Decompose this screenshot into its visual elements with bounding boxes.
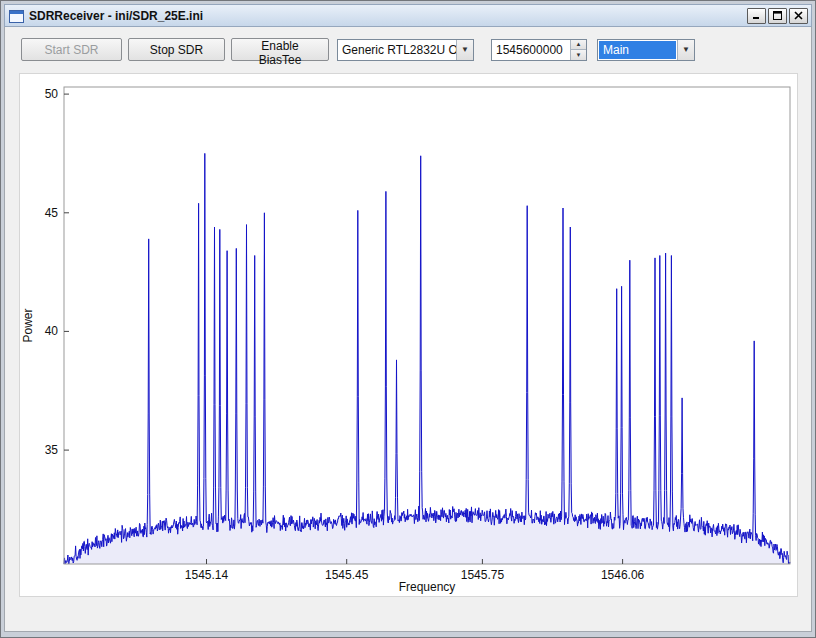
svg-text:50: 50 <box>45 87 59 101</box>
svg-text:Frequency: Frequency <box>399 580 456 594</box>
close-button[interactable] <box>789 8 808 24</box>
titlebar[interactable]: SDRReceiver - ini/SDR_25E.ini <box>4 4 812 27</box>
enable-biastee-button[interactable]: Enable BiasTee <box>231 38 329 61</box>
dropdown-arrow-icon[interactable]: ▼ <box>456 40 473 60</box>
start-sdr-button[interactable]: Start SDR <box>21 38 122 61</box>
channel-select[interactable]: Main ▼ <box>597 39 695 61</box>
dropdown-arrow-icon[interactable]: ▼ <box>677 40 694 60</box>
spin-down-icon[interactable]: ▼ <box>571 50 586 60</box>
window-controls <box>747 8 808 24</box>
device-select-value: Generic RTL2832U OEM <box>338 40 456 60</box>
frequency-value[interactable]: 1545600000 <box>492 40 570 60</box>
svg-text:1545.14: 1545.14 <box>185 568 229 582</box>
spectrum-plot: 1545.141545.451545.751546.0635404550Freq… <box>19 73 798 597</box>
device-select[interactable]: Generic RTL2832U OEM ▼ <box>337 39 474 61</box>
stop-sdr-button[interactable]: Stop SDR <box>128 38 225 61</box>
minimize-icon <box>752 11 761 20</box>
svg-text:Power: Power <box>21 308 35 342</box>
client-area: Start SDR Stop SDR Enable BiasTee Generi… <box>4 27 812 632</box>
app-window: SDRReceiver - ini/SDR_25E.ini Start SDR … <box>0 0 816 638</box>
svg-text:40: 40 <box>45 324 59 338</box>
close-icon <box>794 11 803 20</box>
spin-up-icon[interactable]: ▲ <box>571 40 586 51</box>
channel-select-value: Main <box>599 41 676 59</box>
maximize-button[interactable] <box>768 8 787 24</box>
svg-text:1546.06: 1546.06 <box>601 568 645 582</box>
svg-text:1545.75: 1545.75 <box>461 568 505 582</box>
minimize-button[interactable] <box>747 8 766 24</box>
svg-text:45: 45 <box>45 206 59 220</box>
frequency-input[interactable]: 1545600000 ▲ ▼ <box>491 39 587 61</box>
window-title: SDRReceiver - ini/SDR_25E.ini <box>29 9 747 23</box>
toolbar: Start SDR Stop SDR Enable BiasTee Generi… <box>21 38 811 61</box>
svg-text:35: 35 <box>45 443 59 457</box>
app-icon <box>9 9 24 22</box>
spectrum-canvas: 1545.141545.451545.751546.0635404550Freq… <box>20 74 797 596</box>
maximize-icon <box>773 11 782 20</box>
svg-text:1545.45: 1545.45 <box>325 568 369 582</box>
frequency-spin-buttons: ▲ ▼ <box>570 40 586 60</box>
